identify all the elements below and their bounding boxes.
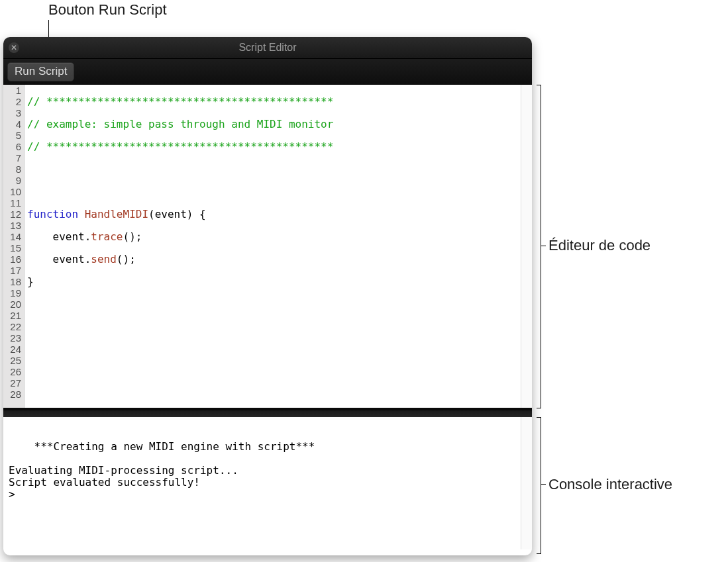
callout-line-console [541,484,546,485]
console-panel[interactable]: ***Creating a new MIDI engine with scrip… [3,417,532,549]
script-editor-window: ✕ Script Editor Run Script 1234567891011… [3,37,532,555]
run-script-label: Run Script [15,65,67,78]
panel-separator[interactable] [3,410,532,417]
code-line: event.trace(); [27,231,529,242]
titlebar[interactable]: ✕ Script Editor [3,37,532,59]
console-scrollbar[interactable] [521,417,532,549]
callout-bracket-console [537,417,541,554]
console-output: ***Creating a new MIDI engine with scrip… [9,440,315,500]
run-script-button[interactable]: Run Script [7,62,74,81]
code-editor[interactable]: 1234567891011121314151617181920212223242… [3,85,532,410]
close-glyph: ✕ [11,44,17,52]
code-line: // *************************************… [27,96,529,107]
callout-bracket-editor [537,85,541,408]
code-area[interactable]: // *************************************… [25,85,532,408]
close-icon[interactable]: ✕ [9,42,19,53]
code-line [27,186,529,197]
callout-code-editor: Éditeur de code [548,237,650,254]
code-line: // example: simple pass through and MIDI… [27,118,529,130]
code-line: // *************************************… [27,141,529,152]
window-title: Script Editor [238,42,296,54]
callout-run-script: Bouton Run Script [48,1,167,19]
code-line [27,164,529,175]
callout-line-editor [541,246,546,246]
editor-scrollbar[interactable] [521,85,532,408]
code-line: event.send(); [27,254,529,265]
toolbar: Run Script [3,59,532,85]
code-line: function HandleMIDI(event) { [27,209,529,220]
callout-console: Console interactive [548,476,672,493]
code-line: } [27,276,529,287]
line-number-gutter: 1234567891011121314151617181920212223242… [3,85,25,408]
